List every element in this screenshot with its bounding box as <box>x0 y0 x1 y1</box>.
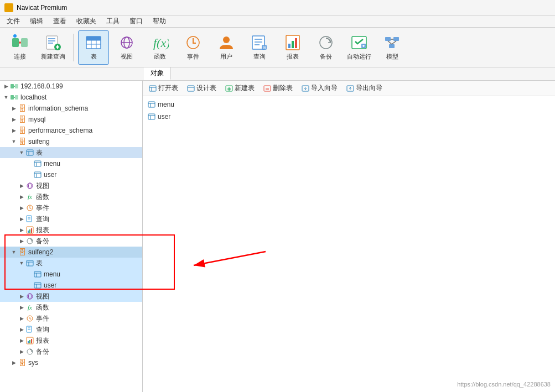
table-list-item-menu[interactable]: menu <box>147 98 551 111</box>
sidebar-item-suifeng2-backup[interactable]: ▶ 备份 <box>0 346 142 357</box>
svg-rect-1 <box>21 38 28 47</box>
export-icon <box>346 85 354 92</box>
table-list-item-user[interactable]: user <box>147 111 551 123</box>
btn-delete-table[interactable]: 删除表 <box>260 82 297 95</box>
btn-import-label: 导入向导 <box>311 83 338 93</box>
sidebar-suifeng-query-label: 查询 <box>36 215 49 224</box>
btn-open-table[interactable]: 打开表 <box>145 82 182 95</box>
svg-rect-45 <box>11 84 14 88</box>
svg-rect-71 <box>27 260 33 266</box>
toolbar-event[interactable]: 事件 <box>178 30 209 65</box>
table-name-user: user <box>158 113 170 121</box>
toolbar-model-label: 模型 <box>386 53 398 61</box>
menu-window[interactable]: 窗口 <box>125 15 147 27</box>
menu-help[interactable]: 帮助 <box>148 15 170 27</box>
open-table-icon <box>149 85 157 92</box>
delete-table-icon <box>263 85 271 92</box>
sidebar-item-ip[interactable]: ▶ 192.168.0.199 <box>0 81 142 92</box>
sidebar-item-localhost[interactable]: ▼ localhost <box>0 92 142 103</box>
sidebar-item-suifeng-report[interactable]: ▶ 报表 <box>0 224 142 236</box>
toolbar-view[interactable]: 视图 <box>111 30 142 65</box>
svg-point-60 <box>27 183 33 189</box>
sidebar-item-suifeng-query[interactable]: ▶ 查询 <box>0 213 142 224</box>
toolbar-backup[interactable]: 备份 <box>310 30 341 65</box>
sidebar-item-suifeng-menu[interactable]: ▶ menu <box>0 158 142 169</box>
db-icon-suifeng2: 🗄 <box>18 248 27 257</box>
sidebar-item-suifeng-backup[interactable]: ▶ 备份 <box>0 236 142 247</box>
menu-view[interactable]: 查看 <box>49 15 71 27</box>
sidebar-item-suifeng2-menu[interactable]: ▶ menu <box>0 269 142 280</box>
toolbar-table[interactable]: 表 <box>78 30 109 65</box>
expand-icon-suifeng2-backup: ▶ <box>18 348 25 356</box>
toolbar-user-label: 用户 <box>220 53 232 61</box>
toolbar-backup-label: 备份 <box>320 53 332 61</box>
sidebar-suifeng2-table-label: 表 <box>36 259 43 268</box>
tab-objects[interactable]: 对象 <box>144 67 171 80</box>
svg-point-61 <box>29 183 32 189</box>
toolbar-autorun[interactable]: 自动运行 <box>344 30 375 65</box>
menu-file[interactable]: 文件 <box>2 15 24 27</box>
menu-favorites[interactable]: 收藏夹 <box>72 15 101 27</box>
svg-rect-13 <box>86 36 101 40</box>
toolbar-model[interactable]: 模型 <box>377 30 408 65</box>
sidebar-item-suifeng-user[interactable]: ▶ user <box>0 169 142 180</box>
toolbar-query[interactable]: ⊞ 查询 <box>244 30 275 65</box>
sidebar-ip-label: 192.168.0.199 <box>20 82 63 90</box>
svg-rect-74 <box>34 271 41 277</box>
sidebar-suifeng-user-label: user <box>44 171 56 179</box>
table-icon-suifeng2-user <box>33 281 42 290</box>
toolbar-report[interactable]: 报表 <box>277 30 308 65</box>
toolbar-user[interactable]: 用户 <box>211 30 242 65</box>
sidebar-item-mysql[interactable]: ▶ 🗄 mysql <box>0 114 142 125</box>
expand-icon-suifeng2-event: ▶ <box>18 315 25 322</box>
expand-icon-sys: ▶ <box>10 359 18 367</box>
btn-export[interactable]: 导出向导 <box>343 82 386 95</box>
svg-rect-89 <box>31 339 32 343</box>
view-icon <box>118 34 136 51</box>
sidebar-item-suifeng-func[interactable]: ▶ fx 函数 <box>0 191 142 202</box>
svg-rect-46 <box>15 84 18 88</box>
sidebar-item-suifeng-table[interactable]: ▼ 表 <box>0 147 142 158</box>
expand-icon-ip: ▶ <box>2 82 10 90</box>
sidebar-item-suifeng2[interactable]: ▼ 🗄 suifeng2 <box>0 247 142 258</box>
sidebar-item-info-schema[interactable]: ▶ 🗄 information_schema <box>0 103 142 114</box>
app-title: Navicat Premium <box>17 4 67 12</box>
svg-rect-32 <box>292 41 294 48</box>
toolbar-function[interactable]: f(x) 函数 <box>144 30 175 65</box>
db-icon-sys: 🗄 <box>18 358 27 367</box>
svg-rect-67 <box>28 231 29 233</box>
sidebar-item-suifeng2-report[interactable]: ▶ 报表 <box>0 335 142 346</box>
sidebar-item-sys[interactable]: ▶ 🗄 sys <box>0 357 142 368</box>
event-group-icon-suifeng <box>25 203 34 212</box>
sidebar-item-suifeng2-view[interactable]: ▶ 视图 <box>0 291 142 302</box>
svg-rect-77 <box>34 283 41 288</box>
sidebar-suifeng2-label: suifeng2 <box>28 248 53 256</box>
menu-tools[interactable]: 工具 <box>102 15 124 27</box>
svg-rect-0 <box>12 38 19 47</box>
query-group-icon-suifeng <box>25 215 34 223</box>
sidebar-item-suifeng2-user[interactable]: ▶ user <box>0 280 142 291</box>
sidebar-item-perf[interactable]: ▶ 🗄 performance_schema <box>0 125 142 136</box>
menu-edit[interactable]: 编辑 <box>25 15 48 27</box>
backup-group-icon-suifeng2 <box>25 347 34 356</box>
sidebar-item-suifeng2-func[interactable]: ▶ fx 函数 <box>0 302 142 313</box>
sidebar-item-suifeng2-query[interactable]: ▶ 查询 <box>0 324 142 335</box>
btn-import[interactable]: 导入向导 <box>298 82 341 95</box>
svg-rect-39 <box>385 37 391 41</box>
btn-design-table-label: 设计表 <box>196 83 216 93</box>
svg-rect-87 <box>28 341 29 343</box>
connect-icon <box>11 34 29 51</box>
sidebar-item-suifeng2-table[interactable]: ▼ 表 <box>0 258 142 269</box>
toolbar-connect[interactable]: 连接 <box>4 30 35 65</box>
btn-new-table[interactable]: 新建表 <box>221 82 258 95</box>
report-icon <box>284 34 302 51</box>
btn-design-table[interactable]: 设计表 <box>183 82 220 95</box>
table-group-icon-suifeng <box>25 148 34 157</box>
sidebar-item-suifeng-event[interactable]: ▶ 事件 <box>0 202 142 213</box>
toolbar-new-query[interactable]: 新建查询 <box>38 30 69 65</box>
sidebar-item-suifeng-view[interactable]: ▶ 视图 <box>0 180 142 191</box>
svg-rect-51 <box>27 150 33 155</box>
sidebar-item-suifeng2-event[interactable]: ▶ 事件 <box>0 313 142 324</box>
sidebar-item-suifeng[interactable]: ▼ 🗄 suifeng <box>0 136 142 147</box>
event-group-icon-suifeng2 <box>25 314 34 323</box>
